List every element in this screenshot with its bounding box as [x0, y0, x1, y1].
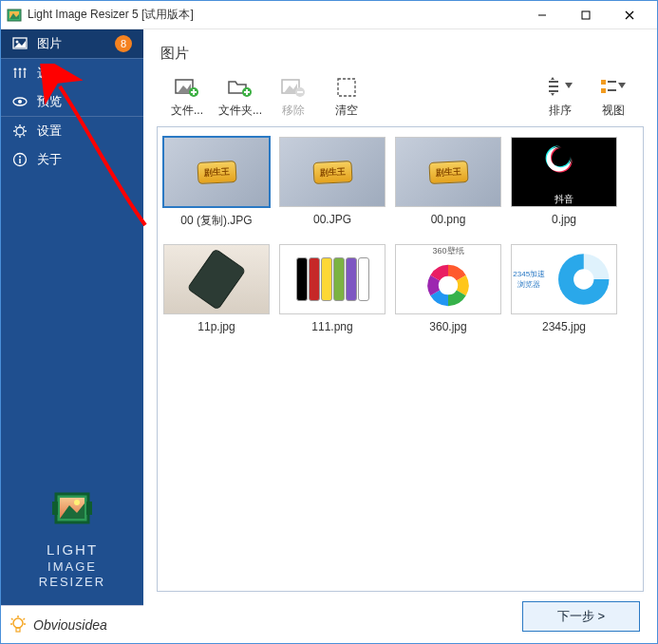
file-thumbnail: 2345加速浏览器	[511, 244, 617, 314]
svg-line-38	[11, 618, 13, 620]
view-icon	[587, 74, 640, 101]
file-thumbnail: 抖音	[511, 137, 617, 207]
close-button[interactable]	[608, 1, 651, 29]
clear-button[interactable]: 清空	[320, 74, 373, 119]
file-item[interactable]: 111.png	[279, 244, 385, 333]
svg-rect-63	[601, 88, 606, 93]
obviousidea-link[interactable]: Obviousidea	[1, 605, 143, 643]
svg-rect-62	[601, 80, 606, 85]
file-thumbnail: 剧生王	[163, 137, 270, 207]
maximize-button[interactable]	[564, 1, 608, 29]
sidebar-item-label: 关于	[37, 151, 62, 168]
svg-marker-60	[551, 93, 555, 96]
add-file-icon	[160, 74, 214, 101]
eye-icon	[12, 94, 28, 109]
obviousidea-label: Obviousidea	[33, 617, 107, 633]
lightbulb-icon	[9, 615, 28, 635]
file-name: 00.JPG	[279, 213, 385, 226]
sidebar-item-1[interactable]: 选项	[1, 59, 143, 87]
file-thumbnail	[279, 244, 385, 314]
svg-rect-42	[16, 628, 20, 632]
sidebar-item-label: 预览	[37, 93, 62, 110]
sidebar-item-0[interactable]: 图片8	[1, 29, 143, 58]
svg-rect-32	[86, 502, 92, 515]
file-item[interactable]: 剧生王00 (复制).JPG	[163, 137, 270, 229]
view-button[interactable]: 视图	[587, 74, 640, 119]
file-item[interactable]: 剧生王00.png	[395, 137, 501, 229]
next-button[interactable]: 下一步 >	[522, 601, 640, 632]
file-item[interactable]: 360壁纸360.jpg	[395, 244, 501, 333]
add-folder-icon	[214, 74, 267, 101]
file-name: 360.jpg	[395, 320, 501, 333]
brand-text: LIGHT IMAGE RESIZER	[1, 541, 143, 590]
svg-point-12	[24, 68, 27, 71]
svg-point-8	[16, 41, 19, 44]
sidebar-item-label: 图片	[37, 35, 62, 52]
svg-point-36	[13, 618, 23, 628]
add-file-button[interactable]: 文件...	[160, 74, 214, 119]
footer: 下一步 >	[157, 592, 644, 634]
svg-line-24	[24, 126, 26, 128]
svg-marker-52	[284, 84, 297, 93]
svg-marker-44	[178, 84, 191, 93]
app-window: Light Image Resizer 5 [试用版本] 图片8选项预览设置关于	[0, 0, 658, 644]
file-thumbnail	[163, 244, 270, 314]
svg-point-29	[19, 156, 21, 158]
file-name: 0.jpg	[511, 213, 617, 226]
sort-icon	[534, 74, 587, 101]
titlebar: Light Image Resizer 5 [试用版本]	[1, 1, 657, 29]
clear-icon	[320, 74, 373, 101]
svg-point-68	[573, 269, 593, 289]
remove-button[interactable]: 移除	[267, 74, 320, 119]
file-grid: 剧生王00 (复制).JPG剧生王00.JPG剧生王00.png抖音0.jpg1…	[163, 137, 637, 333]
svg-rect-31	[52, 502, 58, 515]
sort-button[interactable]: 排序	[534, 74, 587, 119]
sidebar-badge: 8	[115, 35, 132, 52]
add-folder-button[interactable]: 文件夹...	[214, 74, 267, 119]
file-name: 2345.jpg	[511, 320, 617, 333]
svg-marker-61	[565, 83, 573, 88]
file-name: 111.png	[279, 320, 385, 333]
svg-rect-55	[338, 79, 355, 96]
svg-point-18	[16, 127, 24, 135]
gear-icon	[12, 123, 28, 139]
brand-logo-icon	[48, 488, 96, 532]
svg-line-26	[24, 135, 26, 137]
page-title: 图片	[160, 45, 644, 63]
svg-line-23	[15, 126, 17, 128]
app-icon	[7, 8, 22, 23]
file-item[interactable]: 11p.jpg	[163, 244, 270, 333]
sidebar-item-3[interactable]: 设置	[1, 117, 143, 145]
toolbar: 文件... 文件夹... 移除	[157, 74, 644, 126]
image-icon	[12, 36, 28, 51]
body: 图片8选项预览设置关于 LIGHT IMAGE RESIZER	[1, 29, 657, 643]
sidebar-item-label: 设置	[37, 123, 62, 140]
file-item[interactable]: 抖音0.jpg	[511, 137, 617, 229]
file-thumbnail: 360壁纸	[395, 244, 501, 314]
sidebar-item-label: 选项	[37, 65, 62, 82]
remove-icon	[267, 74, 320, 101]
sliders-icon	[12, 66, 28, 81]
info-icon	[12, 152, 28, 167]
svg-line-39	[24, 618, 26, 620]
file-item[interactable]: 剧生王00.JPG	[279, 137, 385, 229]
svg-point-17	[18, 100, 22, 104]
svg-marker-59	[551, 77, 555, 80]
window-title: Light Image Resizer 5 [试用版本]	[28, 7, 194, 23]
svg-point-10	[14, 68, 17, 71]
file-name: 00 (复制).JPG	[163, 213, 270, 229]
file-name: 11p.jpg	[163, 320, 270, 333]
file-item[interactable]: 2345加速浏览器2345.jpg	[511, 244, 617, 333]
sidebar-item-2[interactable]: 预览	[1, 87, 143, 116]
svg-point-35	[74, 500, 80, 505]
minimize-button[interactable]	[520, 1, 564, 29]
main-panel: 图片 文件... 文件夹...	[143, 29, 657, 643]
sidebar-item-4[interactable]: 关于	[1, 145, 143, 174]
sidebar: 图片8选项预览设置关于 LIGHT IMAGE RESIZER	[1, 29, 143, 643]
svg-point-11	[19, 68, 22, 71]
sidebar-spacer	[1, 174, 143, 479]
brand-logo-block: LIGHT IMAGE RESIZER	[1, 479, 143, 605]
window-controls	[520, 1, 651, 29]
file-thumbnail: 剧生王	[279, 137, 385, 207]
svg-rect-4	[582, 11, 590, 19]
